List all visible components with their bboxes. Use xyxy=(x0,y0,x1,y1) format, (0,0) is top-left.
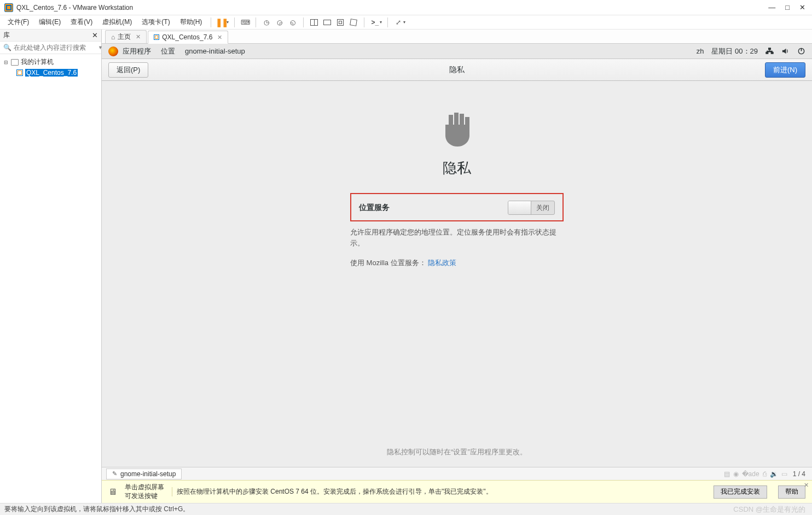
content-area: ⌂ 主页 ✕ QXL_Centos_7.6 ✕ 应用程序 位置 gnome-in… xyxy=(102,30,812,503)
vm-tab-icon xyxy=(154,34,159,40)
statusbar-text: 要将输入定向到该虚拟机，请将鼠标指针移入其中或按 Ctrl+G。 xyxy=(4,505,189,514)
privacy-footer-note: 隐私控制可以随时在“设置”应用程序里更改。 xyxy=(387,447,527,457)
workspace-pager[interactable]: 1 / 4 xyxy=(793,470,808,478)
window-title: QXL_Centos_7.6 - VMware Workstation xyxy=(16,4,768,11)
tray-sound-icon[interactable]: 🔉 xyxy=(770,470,778,478)
gnome-header-title: 隐私 xyxy=(148,65,765,75)
view-unity-icon[interactable] xyxy=(334,16,346,28)
send-ctrl-alt-del-icon[interactable]: ⌨ xyxy=(239,16,251,28)
firefox-icon[interactable] xyxy=(108,46,118,56)
snapshot-icon[interactable]: ◷ xyxy=(260,16,272,28)
menu-view[interactable]: 查看(V) xyxy=(66,16,97,28)
tray-net-icon[interactable]: �ade xyxy=(742,470,759,478)
maximize-button[interactable]: □ xyxy=(785,4,790,11)
view-fullscreen-icon[interactable] xyxy=(347,16,359,28)
tab-home-label: 主页 xyxy=(118,32,131,42)
tabs-row: ⌂ 主页 ✕ QXL_Centos_7.6 ✕ xyxy=(102,30,812,44)
vm-icon xyxy=(16,69,23,76)
home-icon: ⌂ xyxy=(111,33,115,41)
tray-disk-icon[interactable]: ▤ xyxy=(724,470,730,478)
library-search-input[interactable] xyxy=(14,44,96,51)
tree-collapse-icon[interactable]: ⊟ xyxy=(3,60,9,65)
tab-vm-label: QXL_Centos_7.6 xyxy=(162,33,212,41)
pause-dropdown-icon[interactable]: ▾ xyxy=(227,20,230,25)
hintbar-focus-text: 单击虚拟屏幕 可发送按键 xyxy=(125,483,164,500)
mozilla-note-prefix: 使用 Mozilla 位置服务： xyxy=(350,259,428,267)
view-split-icon[interactable] xyxy=(308,16,320,28)
tree-vm-label: QXL_Centos_7.6 xyxy=(25,69,78,77)
vm-taskbar: ✎ gnome-initial-setup ▤ ◉ �ade ⎙ 🔉 ▭ 1 /… xyxy=(102,467,812,480)
minimize-button[interactable]: — xyxy=(768,4,775,11)
volume-icon[interactable] xyxy=(781,47,790,55)
gnome-setup-body: 隐私 位置服务 关闭 允许应用程序确定您的地理位置。定位服务使用时会有指示状态提… xyxy=(102,81,812,467)
next-button[interactable]: 前进(N) xyxy=(765,62,805,78)
console-icon[interactable]: >_ xyxy=(369,16,381,28)
snapshot-manage-icon[interactable]: ◶ xyxy=(274,16,286,28)
location-service-description: 允许应用程序确定您的地理位置。定位服务使用时会有指示状态提示。 xyxy=(350,227,564,248)
stretch-dropdown-icon[interactable]: ▾ xyxy=(403,20,407,25)
tab-vm[interactable]: QXL_Centos_7.6 ✕ xyxy=(148,31,228,44)
switch-knob xyxy=(508,201,531,214)
switch-state-label: 关闭 xyxy=(531,203,554,213)
vmware-hintbar: ✕ 🖥 单击虚拟屏幕 可发送按键 按照在物理计算机中的步骤安装 CentOS 7… xyxy=(102,480,812,503)
guest-tray-icons: ▤ ◉ �ade ⎙ 🔉 ▭ xyxy=(724,470,787,478)
tray-cd-icon[interactable]: ◉ xyxy=(733,470,739,478)
gnome-places-menu[interactable]: 位置 xyxy=(161,46,175,56)
gnome-topbar: 应用程序 位置 gnome-initial-setup zh 星期日 00：29 xyxy=(102,44,812,59)
sidebar-close-icon[interactable]: ✕ xyxy=(92,31,98,39)
watermark-text: CSDN @生命是有光的 xyxy=(733,505,808,514)
location-service-switch[interactable]: 关闭 xyxy=(508,201,555,215)
tab-home[interactable]: ⌂ 主页 ✕ xyxy=(105,30,147,43)
gnome-lang-indicator[interactable]: zh xyxy=(697,47,704,55)
search-icon: 🔍 xyxy=(3,44,11,51)
menu-tabs[interactable]: 选项卡(T) xyxy=(137,16,174,28)
pause-button[interactable]: ❚❚ xyxy=(216,16,228,28)
privacy-heading: 隐私 xyxy=(443,159,471,178)
menubar: 文件(F) 编辑(E) 查看(V) 虚拟机(M) 选项卡(T) 帮助(H) ❚❚… xyxy=(0,15,812,30)
install-done-button[interactable]: 我已完成安装 xyxy=(714,485,767,499)
vmware-logo-icon xyxy=(4,3,13,12)
privacy-hand-icon xyxy=(438,108,476,152)
tray-display-icon[interactable]: ▭ xyxy=(781,470,787,478)
menu-help[interactable]: 帮助(H) xyxy=(176,16,207,28)
hintbar-close-icon[interactable]: ✕ xyxy=(804,482,809,489)
help-button[interactable]: 帮助 xyxy=(778,485,805,499)
tab-vm-close-icon[interactable]: ✕ xyxy=(217,34,222,41)
tree-root-label: 我的计算机 xyxy=(21,57,54,67)
view-single-icon[interactable] xyxy=(321,16,333,28)
gnome-headerbar: 返回(P) 隐私 前进(N) xyxy=(102,59,812,81)
tree-vm-qxl-centos[interactable]: QXL_Centos_7.6 xyxy=(1,68,100,78)
computer-icon xyxy=(11,59,19,66)
gnome-active-app[interactable]: gnome-initial-setup xyxy=(185,47,245,55)
close-button[interactable]: ✕ xyxy=(799,4,805,11)
privacy-policy-link[interactable]: 隐私政策 xyxy=(428,259,456,267)
menu-vm[interactable]: 虚拟机(M) xyxy=(98,16,136,28)
stretch-icon[interactable]: ⤢ xyxy=(392,16,404,28)
mozilla-service-note: 使用 Mozilla 位置服务： 隐私政策 xyxy=(350,258,564,268)
tree-root-my-computer[interactable]: ⊟ 我的计算机 xyxy=(1,56,100,68)
back-button[interactable]: 返回(P) xyxy=(108,62,148,78)
guest-task-gnome-initial-setup[interactable]: ✎ gnome-initial-setup xyxy=(106,469,182,479)
location-service-label: 位置服务 xyxy=(359,203,390,213)
menu-file[interactable]: 文件(F) xyxy=(3,16,33,28)
gnome-clock[interactable]: 星期日 00：29 xyxy=(711,46,758,56)
gnome-apps-menu[interactable]: 应用程序 xyxy=(123,46,151,56)
snapshot-revert-icon[interactable]: ◵ xyxy=(287,16,299,28)
tray-usb-icon[interactable]: ⎙ xyxy=(763,470,767,478)
menu-edit[interactable]: 编辑(E) xyxy=(34,16,65,28)
library-sidebar: 库 ✕ 🔍 ▼ ⊟ 我的计算机 QXL_Centos_7.6 xyxy=(0,30,102,503)
task-app-icon: ✎ xyxy=(112,470,117,477)
window-titlebar: QXL_Centos_7.6 - VMware Workstation — □ … xyxy=(0,0,812,15)
network-icon[interactable] xyxy=(765,47,774,55)
statusbar: 要将输入定向到该虚拟机，请将鼠标指针移入其中或按 Ctrl+G。 CSDN @生… xyxy=(0,503,812,515)
task-label: gnome-initial-setup xyxy=(120,470,176,478)
tab-home-close-icon[interactable]: ✕ xyxy=(136,33,141,40)
sidebar-title: 库 xyxy=(3,31,10,40)
hintbar-install-text: 按照在物理计算机中的步骤安装 CentOS 7 64 位。安装完成后，操作系统会… xyxy=(172,487,703,496)
location-service-row: 位置服务 关闭 xyxy=(350,193,564,221)
power-icon[interactable] xyxy=(797,47,805,55)
console-dropdown-icon[interactable]: ▾ xyxy=(380,20,383,25)
hintbar-screen-icon: 🖥 xyxy=(108,487,117,497)
